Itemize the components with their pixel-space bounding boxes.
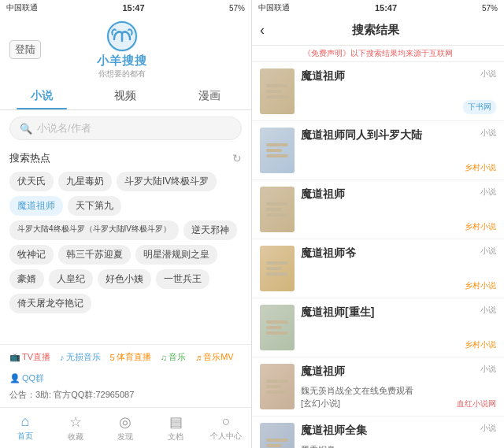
hot-tag[interactable]: 天下第九 [68, 196, 121, 216]
quick-link-musicapp[interactable]: ♫ 音乐 [161, 351, 186, 363]
result-type: 小说 [480, 187, 496, 198]
quick-link-qq[interactable]: 👤 QQ群 [9, 372, 44, 384]
nav-docs[interactable]: ▤ 文档 [150, 411, 201, 445]
bottom-links: 📺 TV直播 ♪ 无损音乐 5 体育直播 ♫ 音乐 ♬ 音乐MV 👤 QQ群 [0, 344, 251, 407]
result-site: 乡村小说 [465, 221, 496, 232]
result-action: 小说 血红小说网 [457, 364, 496, 409]
thumb-placeholder [260, 246, 295, 291]
nav-home-label: 首页 [17, 431, 33, 442]
result-item[interactable]: 魔道祖师全集 墨香铜臭[玄幻小说] 小说 血红小说网 [252, 417, 504, 448]
hot-tag[interactable]: 逆天邪神 [183, 220, 237, 240]
hot-tag[interactable]: 豪婿 [9, 269, 44, 289]
result-item[interactable]: 魔道祖师 魏无羡肖战全文在线免费观看[玄幻小说] 小说 血红小说网 [252, 357, 504, 416]
hot-title-row: 搜索热点 ↻ [9, 151, 242, 165]
sport-label: 体育直播 [117, 351, 151, 363]
quick-link-sport[interactable]: 5 体育直播 [110, 351, 151, 363]
favorites-icon: ☆ [69, 413, 82, 431]
nav-favorites-label: 收藏 [68, 431, 83, 442]
tab-novel[interactable]: 小说 [0, 83, 83, 109]
hot-tag[interactable]: 牧神记 [9, 245, 54, 265]
result-site: 乡村小说 [465, 162, 496, 173]
result-btn[interactable]: 下书网 [463, 100, 496, 114]
thumb-placeholder [260, 423, 295, 448]
hot-title: 搜索热点 [9, 151, 50, 165]
result-action: 小说 乡村小说 [457, 187, 496, 232]
hot-tag[interactable]: 伏天氏 [9, 172, 54, 191]
nav-favorites[interactable]: ☆ 收藏 [50, 411, 101, 445]
quick-link-music[interactable]: ♪ 无损音乐 [60, 351, 101, 363]
quick-link-tv[interactable]: 📺 TV直播 [9, 351, 50, 363]
right-panel: 中国联通 15:47 57% ‹ 搜索结果 《免费声明》以下搜索结果均来源于互联… [252, 0, 504, 448]
result-item[interactable]: 魔道祖师爷 小说 乡村小说 [252, 239, 504, 298]
logo-text: 小羊搜搜 [97, 54, 147, 68]
back-button[interactable]: ‹ [260, 22, 265, 39]
nav-profile[interactable]: ○ 个人中心 [201, 411, 251, 445]
result-thumb [260, 68, 295, 114]
result-thumb [260, 246, 295, 291]
docs-icon: ▤ [169, 413, 183, 431]
result-item[interactable]: 魔道祖师[重生] 小说 乡村小说 [252, 298, 504, 357]
hot-tag-highlight[interactable]: 魔道祖师 [9, 196, 63, 216]
time-right: 15:47 [375, 3, 397, 13]
result-action: 小说 血红小说网 [457, 423, 496, 448]
result-item[interactable]: 魔道祖师 小说 乡村小说 [252, 180, 504, 239]
musicapp-icon: ♫ [161, 353, 167, 362]
hot-tag[interactable]: 九星毒奶 [58, 172, 112, 191]
result-info: 魔道祖师 [301, 187, 450, 232]
quick-link-mv[interactable]: ♬ 音乐MV [195, 351, 234, 363]
hot-tag[interactable]: 好色小姨 [98, 269, 151, 289]
nav-discover[interactable]: ◎ 发现 [101, 411, 151, 445]
hot-tag[interactable]: 明星潜规则之皇 [135, 245, 217, 265]
result-thumb [260, 128, 295, 173]
result-desc: 墨香铜臭[玄幻小说] [301, 444, 450, 448]
bottom-nav: ⌂ 首页 ☆ 收藏 ◎ 发现 ▤ 文档 ○ 个人中心 [0, 407, 251, 448]
left-top-bar: 登陆 小羊搜搜 你想要的都有 [0, 16, 251, 83]
disclaimer: 《免费声明》以下搜索结果均来源于互联网 [252, 46, 504, 62]
tab-comic[interactable]: 漫画 [168, 83, 251, 109]
left-panel: 中国联通 15:47 57% 登陆 小羊搜搜 你想要的都有 [0, 0, 252, 448]
tv-label: TV直播 [22, 351, 50, 363]
music-icon: ♪ [60, 353, 65, 362]
profile-icon: ○ [222, 413, 231, 430]
nav-discover-label: 发现 [117, 431, 133, 442]
result-item[interactable]: 魔道祖师 小说 下书网 [252, 62, 504, 120]
tab-video[interactable]: 视频 [83, 83, 167, 109]
qq-label: QQ群 [22, 372, 44, 384]
thumb-placeholder [260, 68, 295, 114]
battery-percent-left: 57% [229, 4, 245, 13]
refresh-icon[interactable]: ↻ [232, 152, 242, 165]
hot-tag[interactable]: 人皇纪 [49, 269, 93, 289]
result-name: 魔道祖师同人到斗罗大陆 [301, 128, 450, 142]
thumb-placeholder [260, 364, 295, 409]
result-action: 小说 下书网 [457, 68, 496, 114]
result-name: 魔道祖师[重生] [301, 305, 450, 319]
result-item[interactable]: 魔道祖师同人到斗罗大陆 小说 乡村小说 [252, 121, 504, 180]
hot-tag[interactable]: 韩三千苏迎夏 [58, 245, 131, 265]
carrier-left: 中国联通 [6, 2, 38, 13]
result-site: 乡村小说 [465, 339, 496, 350]
mv-label: 音乐MV [203, 351, 234, 363]
result-name: 魔道祖师 [301, 364, 450, 378]
hot-tag[interactable]: 斗罗大陆IV终极斗罗 [117, 172, 217, 191]
result-thumb [260, 305, 295, 350]
search-placeholder: 小说名/作者 [37, 121, 91, 135]
logo-area: 小羊搜搜 你想要的都有 [97, 19, 147, 80]
search-result-header: ‹ 搜索结果 [252, 16, 504, 46]
hot-tag[interactable]: 斗罗大陆4终极斗罗（斗罗大陆IV终极斗罗） [9, 220, 179, 240]
result-name: 魔道祖师 [301, 68, 450, 83]
nav-home[interactable]: ⌂ 首页 [0, 411, 50, 445]
hot-tag[interactable]: 倚天屠龙夺艳记 [9, 294, 91, 313]
result-site: 乡村小说 [465, 280, 496, 291]
hot-section: 搜索热点 ↻ 伏天氏 九星毒奶 斗罗大陆IV终极斗罗 魔道祖师 天下第九 斗罗大… [0, 146, 251, 344]
discover-icon: ◎ [119, 413, 132, 431]
result-info: 魔道祖师 魏无羡肖战全文在线免费观看[玄幻小说] [301, 364, 450, 409]
search-box[interactable]: 🔍 小说名/作者 [9, 117, 242, 140]
result-thumb [260, 423, 295, 448]
hot-tag[interactable]: 一世兵王 [156, 269, 209, 289]
result-list: 魔道祖师 小说 下书网 魔道祖师同人到斗罗大陆 小说 乡村小说 [252, 62, 504, 448]
tabs-row: 小说 视频 漫画 [0, 83, 251, 110]
qq-icon: 👤 [9, 373, 20, 383]
login-button[interactable]: 登陆 [9, 40, 41, 59]
notice-bar: 公告：3助: 官方QQ群:72965087 [9, 387, 242, 404]
result-thumb [260, 364, 295, 409]
